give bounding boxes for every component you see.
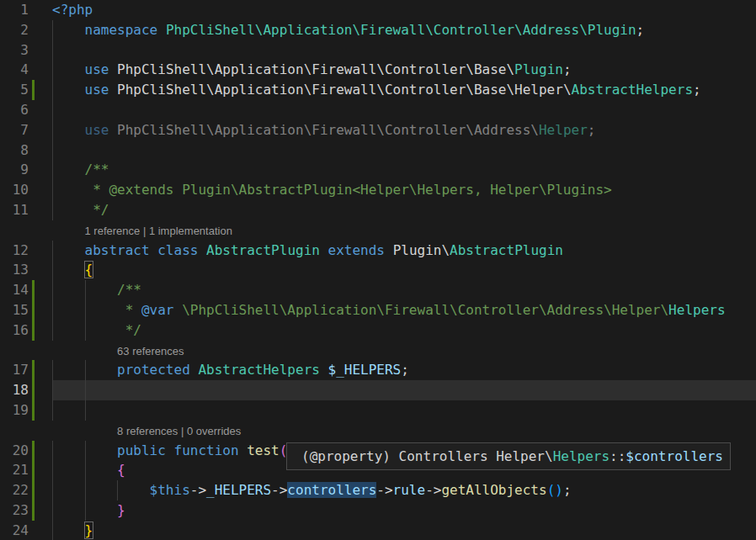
editor-row[interactable]: 15 * @var \PhpCliShell\Application\Firew… xyxy=(0,300,756,320)
gutter: 11 xyxy=(0,200,52,220)
token: * xyxy=(117,302,141,318)
line-number[interactable]: 2 xyxy=(0,20,29,40)
line-number[interactable]: 14 xyxy=(0,280,29,300)
indent-guide xyxy=(52,140,53,161)
gutter: 12 xyxy=(0,241,52,261)
codelens-row[interactable]: 8 references | 0 overrides xyxy=(0,421,756,441)
line-number[interactable]: 22 xyxy=(0,480,29,500)
token: */ xyxy=(117,322,141,338)
line-number[interactable]: 20 xyxy=(0,441,29,461)
token: class xyxy=(157,242,198,258)
line-number[interactable]: 15 xyxy=(0,300,29,320)
gutter-change-bar xyxy=(32,280,35,300)
editor-row[interactable]: 8 xyxy=(0,140,756,161)
editor-row[interactable]: 3 xyxy=(0,40,756,61)
gutter-change-bar-empty xyxy=(32,521,35,540)
bracket-match: } xyxy=(85,522,93,538)
token: use xyxy=(85,61,109,77)
token: protected xyxy=(117,362,190,378)
token: use xyxy=(85,82,109,98)
line-number xyxy=(0,220,29,241)
line-number[interactable]: 3 xyxy=(0,40,29,61)
line-number[interactable]: 7 xyxy=(0,120,29,140)
line-number[interactable]: 23 xyxy=(0,500,29,521)
gutter: 18 xyxy=(0,380,52,400)
token xyxy=(198,242,206,258)
line-number[interactable]: 9 xyxy=(0,160,29,180)
tooltip-token: Helpers xyxy=(553,448,610,464)
codelens-row[interactable]: 1 reference | 1 implementation xyxy=(0,220,756,241)
gutter: 8 xyxy=(0,140,52,161)
editor-row[interactable]: 14/** xyxy=(0,280,756,300)
token: AbstractPlugin xyxy=(206,242,320,258)
line-number[interactable]: 6 xyxy=(0,100,29,120)
gutter: 15 xyxy=(0,300,52,320)
token: use xyxy=(85,122,109,138)
token: PhpCliShell\Application\Firewall\Control… xyxy=(117,61,514,77)
editor-row[interactable]: 9/** xyxy=(0,160,756,180)
line-number[interactable]: 5 xyxy=(0,80,29,100)
line-number[interactable]: 18 xyxy=(0,380,29,400)
gutter: 19 xyxy=(0,400,52,421)
code-text: use PhpCliShell\Application\Firewall\Con… xyxy=(52,80,701,100)
line-number[interactable]: 19 xyxy=(0,400,29,421)
line-number[interactable]: 10 xyxy=(0,180,29,200)
editor-row[interactable]: 19 xyxy=(0,400,756,421)
editor-row[interactable]: 22$this->_HELPERS->controllers->rule->ge… xyxy=(0,480,756,500)
editor-row[interactable]: 6 xyxy=(0,100,756,120)
editor-row[interactable]: 13{ xyxy=(0,260,756,280)
editor-row[interactable]: 10 * @extends Plugin\AbstractPlugin<Help… xyxy=(0,180,756,200)
gutter xyxy=(0,220,52,241)
line-content: abstract class AbstractPlugin extends Pl… xyxy=(52,241,756,261)
line-number[interactable]: 17 xyxy=(0,360,29,380)
editor-row[interactable]: 16 */ xyxy=(0,320,756,341)
gutter xyxy=(0,421,52,441)
line-content: } xyxy=(52,500,756,521)
line-number[interactable]: 11 xyxy=(0,200,29,220)
gutter-change-bar-empty xyxy=(32,200,35,220)
gutter-change-bar-empty xyxy=(32,20,35,40)
code-text: } xyxy=(52,500,125,521)
line-number[interactable]: 4 xyxy=(0,60,29,80)
gutter-change-bar-empty xyxy=(32,180,35,200)
gutter: 22 xyxy=(0,480,52,500)
token xyxy=(109,61,117,77)
token: Plugin\ xyxy=(393,242,450,258)
line-number[interactable]: 16 xyxy=(0,320,29,341)
line-content: use PhpCliShell\Application\Firewall\Con… xyxy=(52,80,756,100)
editor-row[interactable]: 4use PhpCliShell\Application\Firewall\Co… xyxy=(0,60,756,80)
line-content: * @extends Plugin\AbstractPlugin<Helper\… xyxy=(52,180,756,200)
editor-row[interactable]: 7use PhpCliShell\Application\Firewall\Co… xyxy=(0,120,756,140)
editor-row[interactable]: 2namespace PhpCliShell\Application\Firew… xyxy=(0,20,756,40)
line-number[interactable]: 24 xyxy=(0,521,29,540)
editor-row[interactable]: 23} xyxy=(0,500,756,521)
editor-row[interactable]: 1<?php xyxy=(0,0,756,20)
codelens-label[interactable]: 63 references xyxy=(52,341,184,362)
line-content: 8 references | 0 overrides xyxy=(52,421,756,441)
editor-row[interactable]: 12abstract class AbstractPlugin extends … xyxy=(0,241,756,261)
token: \PhpCliShell\Application\Firewall\Contro… xyxy=(182,302,668,318)
line-number[interactable]: 21 xyxy=(0,460,29,480)
editor-row[interactable]: 18 xyxy=(0,380,756,400)
codelens-label[interactable]: 8 references | 0 overrides xyxy=(52,421,241,442)
token xyxy=(109,122,117,138)
line-number[interactable]: 8 xyxy=(0,140,29,161)
bracket-match: { xyxy=(85,262,93,278)
codelens-label[interactable]: 1 reference | 1 implementation xyxy=(52,221,232,241)
gutter-change-bar-empty xyxy=(32,341,35,361)
editor-row[interactable]: 5use PhpCliShell\Application\Firewall\Co… xyxy=(0,80,756,100)
code-text: { xyxy=(52,460,125,480)
editor-row[interactable]: 17protected AbstractHelpers $_HELPERS; xyxy=(0,360,756,380)
line-number[interactable]: 13 xyxy=(0,260,29,280)
line-number[interactable]: 1 xyxy=(0,0,29,20)
code-text: use PhpCliShell\Application\Firewall\Con… xyxy=(52,60,572,80)
token xyxy=(150,242,158,258)
gutter: 17 xyxy=(0,360,52,380)
line-number[interactable]: 12 xyxy=(0,241,29,261)
token: abstract xyxy=(85,242,150,258)
editor-row[interactable]: 11 */ xyxy=(0,200,756,220)
token: $_HELPERS xyxy=(328,362,402,378)
codelens-row[interactable]: 63 references xyxy=(0,341,756,361)
editor-row[interactable]: 24} xyxy=(0,521,756,540)
line-content xyxy=(52,100,756,120)
